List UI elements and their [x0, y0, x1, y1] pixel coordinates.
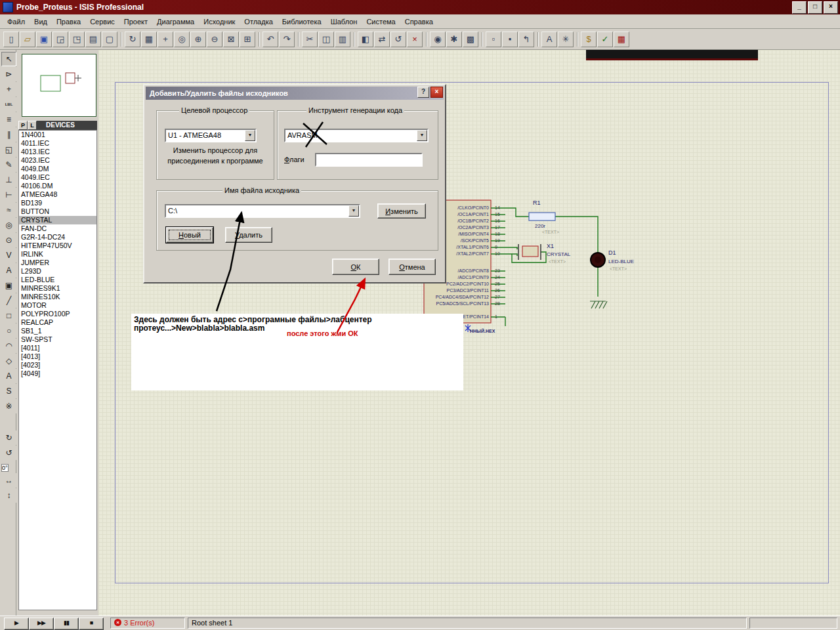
x1-value[interactable]: CRYSTAL	[547, 251, 570, 257]
device-item[interactable]: POLYPRO100P	[19, 310, 96, 318]
block-rotate-button[interactable]: ↺	[390, 32, 406, 47]
device-item[interactable]: [4023]	[19, 361, 96, 369]
2d-box-mode-button[interactable]: □	[1, 308, 16, 323]
simulation-stop-button[interactable]: ■	[79, 618, 104, 630]
exit-to-parent-button[interactable]: ↰	[518, 32, 534, 47]
device-item[interactable]: FAN-DC	[19, 224, 96, 233]
electrical-rule-check-button[interactable]: ✓	[597, 32, 613, 47]
d1-value[interactable]: LED-BLUE	[608, 259, 634, 264]
menu-source[interactable]: Исходник	[199, 16, 240, 27]
ok-button[interactable]: ОК	[332, 259, 379, 275]
menu-template[interactable]: Шаблон	[326, 16, 362, 27]
menu-debug[interactable]: Отладка	[240, 16, 277, 27]
device-list[interactable]: 1N4001 4011.IEC 4013.IEC 4023.IEC 4049.D…	[18, 130, 97, 610]
device-item[interactable]: 1N4001	[19, 131, 96, 139]
selection-mode-button[interactable]: ↖	[1, 52, 16, 66]
print-button[interactable]: ▤	[85, 32, 101, 47]
device-item[interactable]: REALCAP	[19, 318, 96, 327]
make-device-button[interactable]: ✱	[446, 32, 462, 47]
junction-mode-button[interactable]: +	[1, 82, 16, 96]
device-item[interactable]: [4049]	[19, 369, 96, 378]
mark-output-area-button[interactable]: ▢	[102, 32, 117, 47]
mirror-horizontal-button[interactable]: ↔	[1, 473, 16, 488]
flags-input[interactable]	[315, 153, 423, 167]
x1-reference[interactable]: X1	[547, 243, 554, 249]
device-item[interactable]: LED-BLUE	[19, 276, 96, 284]
bill-of-materials-button[interactable]: $	[581, 32, 597, 47]
paste-button[interactable]: ▥	[335, 32, 350, 47]
block-delete-button[interactable]: ×	[407, 32, 423, 47]
wire-label-mode-button[interactable]: LBL	[1, 97, 16, 112]
block-move-button[interactable]: ⇄	[374, 32, 390, 47]
device-item[interactable]: BUTTON	[19, 207, 96, 216]
d1-reference[interactable]: D1	[608, 249, 616, 256]
toggle-grid-button[interactable]: ▦	[141, 32, 157, 47]
chevron-down-icon[interactable]: ▼	[417, 130, 427, 141]
property-assignment-button[interactable]: ✳	[558, 32, 574, 47]
device-item[interactable]: IRLINK	[19, 250, 96, 259]
undo-button[interactable]: ↶	[262, 32, 278, 47]
r1-reference[interactable]: R1	[533, 200, 541, 206]
dialog-help-icon[interactable]: ?	[417, 87, 429, 98]
device-item[interactable]: [4011]	[19, 344, 96, 352]
netlist-to-ares-button[interactable]: ▦	[614, 32, 629, 47]
pick-device-button[interactable]: ◉	[430, 32, 446, 47]
pan-button[interactable]: ◎	[174, 32, 190, 47]
import-section-button[interactable]: ◲	[52, 32, 68, 47]
zoom-out-button[interactable]: ⊖	[207, 32, 222, 47]
device-item[interactable]: JUMPER	[19, 259, 96, 267]
device-item[interactable]: 4023.IEC	[19, 156, 96, 165]
terminal-mode-button[interactable]: ⊥	[1, 173, 16, 187]
menu-file[interactable]: Файл	[3, 16, 30, 27]
menu-view[interactable]: Вид	[30, 16, 52, 27]
minimize-icon[interactable]: _	[792, 1, 807, 14]
component-mode-button[interactable]: ⊳	[1, 67, 16, 81]
menu-tools[interactable]: Сервис	[85, 16, 119, 27]
device-item[interactable]: HITEMP47U50V	[19, 242, 96, 250]
close-icon[interactable]: ×	[824, 1, 838, 14]
tool-combobox[interactable]: AVRASM ▼	[284, 129, 429, 142]
generator-mode-button[interactable]: ⊙	[1, 233, 16, 247]
simulation-step-button[interactable]: ▶▶	[29, 618, 54, 630]
redraw-button[interactable]: ↻	[125, 32, 140, 47]
graph-mode-button[interactable]: ≈	[1, 203, 16, 217]
2d-arc-mode-button[interactable]: ◠	[1, 339, 16, 353]
tape-mode-button[interactable]: ◎	[1, 218, 16, 232]
remove-sheet-button[interactable]: ▪	[502, 32, 518, 47]
2d-line-mode-button[interactable]: ╱	[1, 293, 16, 308]
new-button[interactable]: Новый	[166, 227, 213, 243]
save-file-button[interactable]: ▣	[36, 32, 52, 47]
current-probe-mode-button[interactable]: A	[1, 263, 16, 278]
simulation-pause-button[interactable]: ▮▮	[54, 618, 79, 630]
rotate-cw-button[interactable]: ↻	[1, 430, 16, 445]
menu-help[interactable]: Справка	[400, 16, 438, 27]
pick-button[interactable]: P	[18, 121, 28, 130]
library-button[interactable]: L	[28, 121, 37, 130]
instrument-mode-button[interactable]: ▣	[1, 278, 16, 293]
cut-button[interactable]: ✂	[302, 32, 318, 47]
bus-mode-button[interactable]: ∥	[1, 127, 16, 142]
zoom-area-button[interactable]: ⊞	[240, 32, 255, 47]
change-button[interactable]: Изменить	[377, 203, 426, 219]
rotate-ccw-button[interactable]: ↺	[1, 446, 16, 460]
open-file-button[interactable]: ▱	[20, 32, 35, 47]
device-item[interactable]: [4013]	[19, 352, 96, 361]
mirror-vertical-button[interactable]: ↕	[1, 488, 16, 503]
device-item[interactable]: MINRES9K1	[19, 284, 96, 293]
processor-combobox[interactable]: U1 - ATMEGA48 ▼	[165, 129, 257, 142]
device-item[interactable]: G2R-14-DC24	[19, 233, 96, 242]
new-sheet-button[interactable]: ▫	[486, 32, 501, 47]
device-item[interactable]: BD139	[19, 199, 96, 207]
device-item[interactable]: 4013.IEC	[19, 148, 96, 156]
device-item[interactable]: ATMEGA48	[19, 190, 96, 199]
redo-button[interactable]: ↷	[279, 32, 295, 47]
script-mode-button[interactable]: ≡	[1, 112, 16, 127]
packaging-tool-button[interactable]: ▩	[463, 32, 478, 47]
pin-mode-button[interactable]: ⊢	[1, 188, 16, 202]
device-item[interactable]: MOTOR	[19, 301, 96, 310]
delete-button[interactable]: Удалить	[225, 227, 272, 243]
dialog-title-bar[interactable]: Добавить/Удалить файлы исходников	[146, 87, 444, 100]
2d-symbol-mode-button[interactable]: S	[1, 384, 16, 398]
menu-edit[interactable]: Правка	[52, 16, 85, 27]
chevron-down-icon[interactable]: ▼	[348, 205, 359, 217]
